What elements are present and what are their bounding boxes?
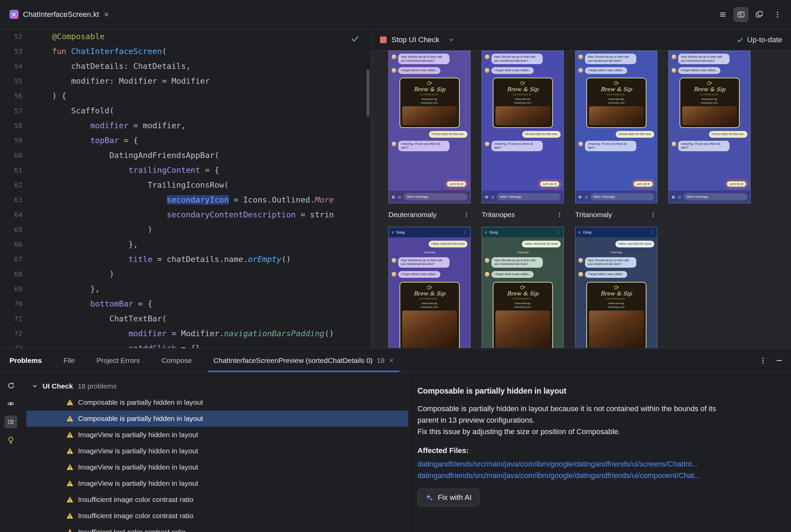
back-icon[interactable]: ‹ [392,230,393,235]
editor-scrollbar[interactable] [366,70,369,117]
problem-item[interactable]: ImageView is partially hidden in layout [26,459,408,475]
more-icon[interactable] [770,7,785,22]
avatar [578,141,583,147]
problem-item-label: Composable is partially hidden in layout [78,398,203,406]
coffee-cup-icon [682,81,737,86]
line-number: 52 [0,29,22,44]
preview-thumbnail[interactable]: ‹Greg⋮Haha, next time for sure!Yesterday… [388,227,471,348]
code-line: 54 chatDetails: ChatDetails, [0,59,371,74]
message-input[interactable]: Write A Message [590,193,654,201]
line-number: 63 [0,192,22,207]
problem-item[interactable]: Composable is partially hidden in layout [26,394,408,411]
avatar [672,141,677,147]
window-mode-icon[interactable] [752,7,767,22]
more-icon[interactable] [649,211,657,218]
add-icon[interactable]: ⊕ [485,195,489,199]
chat-message-row: I forgot what it was called... [391,67,467,74]
problems-tab-compose[interactable]: Compose [162,357,192,365]
preview-eye-icon[interactable] [4,397,17,410]
emoji-icon[interactable]: ☺ [677,195,682,199]
minimize-icon[interactable] [775,357,783,364]
code-line: 70 bottomBar = { [0,297,371,311]
affected-file-link[interactable]: datingandfriends/src/main/java/com/ibm/g… [418,470,782,481]
lightbulb-icon[interactable] [4,434,17,446]
preview-thumbnail[interactable]: Hey! Should we go to that cafe you menti… [668,51,751,203]
code-line: 65 ) [0,222,371,237]
problem-item[interactable]: Insufficient image color contrast ratio [26,508,408,524]
code-editor[interactable]: 52@Composable53fun ChatInterfaceScreen(5… [0,29,371,348]
emoji-icon[interactable]: ☺ [584,195,588,199]
message-input[interactable]: Write A Message [684,193,748,201]
preview-thumbnail[interactable]: Hey! Should we go to that cafe you menti… [482,51,564,203]
add-icon[interactable]: ⊕ [672,195,675,199]
chat-message-sent: I'd love that! It's this one. [616,131,655,138]
problem-item[interactable]: Insufficient text color contrast ratio [26,524,408,532]
more-icon[interactable] [462,211,471,218]
card-title: Brew & Sip [495,86,550,93]
split-editor-icon[interactable] [734,7,749,22]
code-line: 60 DatingAndFriendsAppBar( [0,148,371,163]
card-tag: COFFEE&CO. [402,298,457,300]
problem-item[interactable]: Composable is partially hidden in layout [26,411,408,427]
message-input[interactable]: Write A Message [497,193,560,201]
preview-thumbnail[interactable]: ‹Greg⋮Haha, next time for sure!Yesterday… [482,227,564,348]
problem-item[interactable]: ImageView is partially hidden in layout [26,475,408,492]
line-number: 64 [0,207,22,222]
refresh-icon[interactable] [4,379,17,392]
emoji-icon[interactable]: ☺ [397,195,402,199]
preview-thumbnail[interactable]: Hey! Should we go to that cafe you menti… [388,51,471,203]
card-tag: COFFEE&CO. [589,94,644,96]
card-url: brew&sip.com [589,305,644,308]
more-icon[interactable] [556,211,564,218]
problems-tab-chatinterfacescreenpreview-sortedchatdetails-0[interactable]: ChatInterfaceScreenPreview (sortedChatDe… [214,357,394,365]
chat-message-row: Hey! Should we go to that cafe you menti… [485,54,560,64]
line-number: 70 [0,297,22,311]
preview-thumbnail[interactable]: Hey! Should we go to that cafe you menti… [575,51,657,203]
close-icon[interactable] [103,12,109,18]
line-number: 67 [0,252,22,267]
add-icon[interactable]: ⊕ [391,195,395,199]
line-number: 72 [0,326,22,341]
day-separator: Yesterday [578,251,654,254]
editor-tab-title: ChatInterfaceScreen.kt [23,10,99,19]
problems-group-header[interactable]: UI Check 18 problems [26,378,408,394]
problems-tab-file[interactable]: File [63,357,75,365]
line-number: 66 [0,237,22,252]
affected-files-heading: Affected Files: [418,446,782,455]
details-view-icon[interactable] [4,416,17,429]
message-input[interactable]: Write A Message [404,193,467,201]
problem-item[interactable]: Insufficient image color contrast ratio [26,492,408,508]
card-caption: brew and sip [495,98,550,100]
more-icon[interactable]: ⋮ [556,230,560,234]
chevron-down-icon[interactable] [448,37,454,43]
warning-icon [66,431,74,438]
more-icon[interactable] [759,357,767,364]
add-icon[interactable]: ⊕ [578,195,582,199]
fix-with-ai-button[interactable]: Fix with AI [418,489,479,506]
code-line: 64 secondaryContentDescription = strin [0,207,371,222]
back-icon[interactable]: ‹ [578,230,580,235]
warning-icon [66,463,74,471]
kotlin-file-icon: K [10,10,19,19]
chat-message-row: I forgot what it was called... [391,271,467,278]
stop-ui-check-label: Stop UI Check [391,35,439,44]
group-count: 18 problems [78,382,117,390]
structure-view-icon[interactable] [715,7,730,22]
avatar [391,141,397,147]
problems-tab-problems[interactable]: Problems [10,357,42,365]
problems-tab-project-errors[interactable]: Project Errors [97,357,140,365]
editor-tab[interactable]: K ChatInterfaceScreen.kt [0,0,117,29]
affected-file-link[interactable]: datingandfriends/src/main/java/com/ibm/g… [418,458,782,470]
code-line: 71 ChatTextBar( [0,311,371,326]
close-icon[interactable] [389,358,394,363]
back-icon[interactable]: ‹ [485,230,487,235]
stop-ui-check-button[interactable]: Stop UI Check [380,35,439,44]
inspections-ok-icon[interactable] [351,34,360,43]
line-number: 61 [0,163,22,177]
more-icon[interactable]: ⋮ [463,230,467,234]
more-icon[interactable]: ⋮ [650,230,654,234]
preview-thumbnail[interactable]: ‹Greg⋮Haha, next time for sure!Yesterday… [575,227,657,348]
problem-item[interactable]: ImageView is partially hidden in layout [26,427,408,443]
problem-item[interactable]: ImageView is partially hidden in layout [26,443,408,459]
emoji-icon[interactable]: ☺ [491,195,495,199]
